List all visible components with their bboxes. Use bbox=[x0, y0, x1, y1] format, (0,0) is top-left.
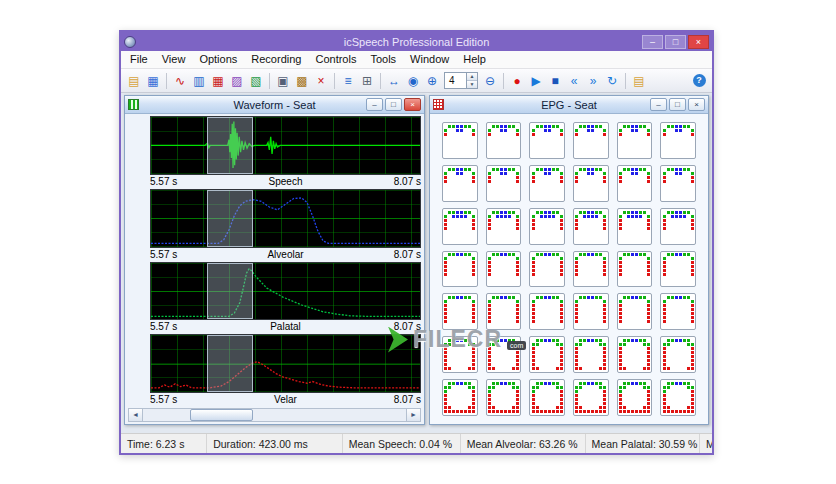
epg-palatogram[interactable] bbox=[573, 251, 609, 288]
selection-region[interactable] bbox=[207, 263, 253, 320]
epg-maximize-button[interactable]: □ bbox=[669, 98, 686, 111]
epg-palatogram[interactable] bbox=[486, 251, 522, 288]
epg-palatogram[interactable] bbox=[573, 379, 609, 416]
epg-close-button[interactable]: × bbox=[688, 98, 705, 111]
epg-palatogram[interactable] bbox=[486, 165, 522, 202]
selection-region[interactable] bbox=[207, 335, 253, 392]
close-button[interactable]: × bbox=[688, 35, 709, 49]
menu-help[interactable]: Help bbox=[456, 51, 493, 68]
menu-controls[interactable]: Controls bbox=[308, 51, 363, 68]
epg-palatogram[interactable] bbox=[529, 336, 565, 373]
waveform-close-button[interactable]: × bbox=[404, 98, 421, 111]
scroll-track[interactable] bbox=[143, 409, 406, 421]
scroll-thumb[interactable] bbox=[190, 409, 253, 421]
epg-palatogram[interactable] bbox=[660, 251, 696, 288]
selection-region[interactable] bbox=[207, 190, 253, 247]
epg-palatogram[interactable] bbox=[660, 165, 696, 202]
epg-palatogram[interactable] bbox=[617, 336, 653, 373]
zoom-in-button[interactable]: ⊕ bbox=[423, 72, 441, 90]
scroll-left-button[interactable]: ◄ bbox=[129, 409, 143, 421]
epg-palatogram[interactable] bbox=[660, 379, 696, 416]
epg-palatogram[interactable] bbox=[442, 336, 478, 373]
menu-recording[interactable]: Recording bbox=[244, 51, 308, 68]
waveform-view-button[interactable]: ∿ bbox=[171, 72, 189, 90]
copy-button[interactable]: ▣ bbox=[274, 72, 292, 90]
waveform-chart-alveolar[interactable] bbox=[150, 189, 421, 248]
epg-palatogram[interactable] bbox=[660, 293, 696, 330]
epg-palatogram[interactable] bbox=[486, 122, 522, 159]
epg-palatogram[interactable] bbox=[442, 208, 478, 245]
epg-palatogram[interactable] bbox=[617, 251, 653, 288]
epg-palatogram[interactable] bbox=[617, 122, 653, 159]
epg-palatogram[interactable] bbox=[442, 293, 478, 330]
waveform-chart-speech[interactable] bbox=[150, 116, 421, 175]
spinner-up-icon[interactable]: ▲ bbox=[467, 73, 477, 81]
bargraph-view-button[interactable]: ▥ bbox=[190, 72, 208, 90]
epg-palatogram[interactable] bbox=[442, 122, 478, 159]
waveform-maximize-button[interactable]: □ bbox=[385, 98, 402, 111]
waveform-chart-velar[interactable] bbox=[150, 334, 421, 393]
epg-palatogram[interactable] bbox=[660, 336, 696, 373]
zoom-level-combo[interactable]: 4▲▼ bbox=[444, 72, 478, 89]
paste-button[interactable]: ▩ bbox=[293, 72, 311, 90]
zoom-spinner[interactable]: ▲▼ bbox=[466, 73, 477, 88]
epg-palatogram[interactable] bbox=[529, 208, 565, 245]
epg-palatogram[interactable] bbox=[573, 165, 609, 202]
pitch-view-button[interactable]: ▧ bbox=[247, 72, 265, 90]
epg-palatogram[interactable] bbox=[573, 293, 609, 330]
stop-button[interactable]: ■ bbox=[546, 72, 564, 90]
epg-palatogram[interactable] bbox=[442, 165, 478, 202]
waveform-chart-palatal[interactable] bbox=[150, 262, 421, 321]
forward-button[interactable]: » bbox=[584, 72, 602, 90]
epg-palatogram[interactable] bbox=[529, 165, 565, 202]
save-button[interactable]: ▦ bbox=[144, 72, 162, 90]
epg-palatogram[interactable] bbox=[617, 379, 653, 416]
spinner-down-icon[interactable]: ▼ bbox=[467, 81, 477, 88]
minimize-button[interactable]: – bbox=[642, 35, 663, 49]
delete-button[interactable]: × bbox=[312, 72, 330, 90]
help-button[interactable]: ? bbox=[690, 72, 708, 90]
layout-button[interactable]: ⊞ bbox=[358, 72, 376, 90]
pan-button[interactable]: ↔ bbox=[385, 72, 403, 90]
epg-palatogram[interactable] bbox=[529, 293, 565, 330]
window-titlebar[interactable]: icSpeech Professional Edition – □ × bbox=[121, 32, 712, 51]
spectrogram-view-button[interactable]: ▨ bbox=[228, 72, 246, 90]
epg-palatogram[interactable] bbox=[486, 208, 522, 245]
epg-palatogram[interactable] bbox=[660, 122, 696, 159]
menu-file[interactable]: File bbox=[123, 51, 155, 68]
epg-palatogram[interactable] bbox=[442, 251, 478, 288]
epg-palatogram[interactable] bbox=[573, 336, 609, 373]
epg-palatogram[interactable] bbox=[529, 251, 565, 288]
play-button[interactable]: ▶ bbox=[527, 72, 545, 90]
epg-palatogram[interactable] bbox=[573, 208, 609, 245]
epg-palatogram[interactable] bbox=[617, 208, 653, 245]
menu-view[interactable]: View bbox=[155, 51, 193, 68]
prompt-folder-button[interactable]: ▤ bbox=[630, 72, 648, 90]
maximize-button[interactable]: □ bbox=[665, 35, 686, 49]
record-button[interactable]: ● bbox=[508, 72, 526, 90]
waveform-hscrollbar[interactable]: ◄ ► bbox=[128, 408, 421, 422]
epg-palatogram[interactable] bbox=[660, 208, 696, 245]
epg-palatogram[interactable] bbox=[529, 379, 565, 416]
epg-palatogram[interactable] bbox=[486, 293, 522, 330]
scroll-right-button[interactable]: ► bbox=[406, 409, 420, 421]
epg-palatogram[interactable] bbox=[486, 379, 522, 416]
epg-titlebar[interactable]: EPG - Seat – □ × bbox=[430, 96, 708, 114]
menu-options[interactable]: Options bbox=[192, 51, 244, 68]
report-button[interactable]: ≡ bbox=[339, 72, 357, 90]
epg-palatogram[interactable] bbox=[617, 165, 653, 202]
zoom-out-button[interactable]: ⊖ bbox=[481, 72, 499, 90]
cursor-button[interactable]: ◉ bbox=[404, 72, 422, 90]
menu-window[interactable]: Window bbox=[403, 51, 456, 68]
waveform-titlebar[interactable]: Waveform - Seat – □ × bbox=[125, 96, 424, 114]
epg-palatogram[interactable] bbox=[573, 122, 609, 159]
epg-palatogram[interactable] bbox=[529, 122, 565, 159]
open-button[interactable]: ▤ bbox=[125, 72, 143, 90]
waveform-minimize-button[interactable]: – bbox=[366, 98, 383, 111]
menu-tools[interactable]: Tools bbox=[363, 51, 403, 68]
epg-palatogram[interactable] bbox=[442, 379, 478, 416]
selection-region[interactable] bbox=[207, 117, 253, 174]
epg-palatogram[interactable] bbox=[486, 336, 522, 373]
rewind-button[interactable]: « bbox=[565, 72, 583, 90]
epg-minimize-button[interactable]: – bbox=[650, 98, 667, 111]
